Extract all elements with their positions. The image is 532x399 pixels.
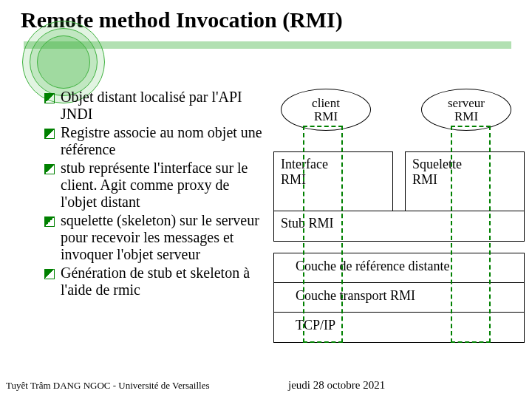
footer-author: Tuyêt Trâm DANG NGOC - Université de Ver… [6,380,210,392]
client-dashed-path [303,126,343,343]
bullet-icon [44,164,55,174]
list-item: Registre associe au nom objet une référe… [44,124,266,158]
footer-date: jeudi 28 octobre 2021 [288,379,385,392]
bullet-icon [44,129,55,139]
bullet-text: stub représente l'interface sur le clien… [61,160,266,211]
server-dashed-path [451,126,491,343]
bullet-icon [44,269,55,279]
bullet-text: squelette (skeleton) sur le serveur pour… [61,212,266,263]
list-item: stub représente l'interface sur le clien… [44,160,266,211]
bullet-icon [44,93,55,103]
bullet-text: Registre associe au nom objet une référe… [61,124,266,158]
client-ellipse: client RMI [281,89,371,131]
bullet-list: Objet distant localisé par l'API JNDI Re… [44,89,266,300]
list-item: Objet distant localisé par l'API JNDI [44,89,266,123]
server-ellipse: serveur RMI [421,89,511,131]
rmi-diagram: Interface RMI Squelette RMI Stub RMI Cou… [273,89,525,355]
list-item: Génération de stub et skeleton à l'aide … [44,265,266,299]
bullet-text: Objet distant localisé par l'API JNDI [61,89,266,123]
bullet-text: Génération de stub et skeleton à l'aide … [61,265,266,299]
bullet-icon [44,216,55,227]
list-item: squelette (skeleton) sur le serveur pour… [44,212,266,263]
decorative-circle-inner [37,35,90,89]
